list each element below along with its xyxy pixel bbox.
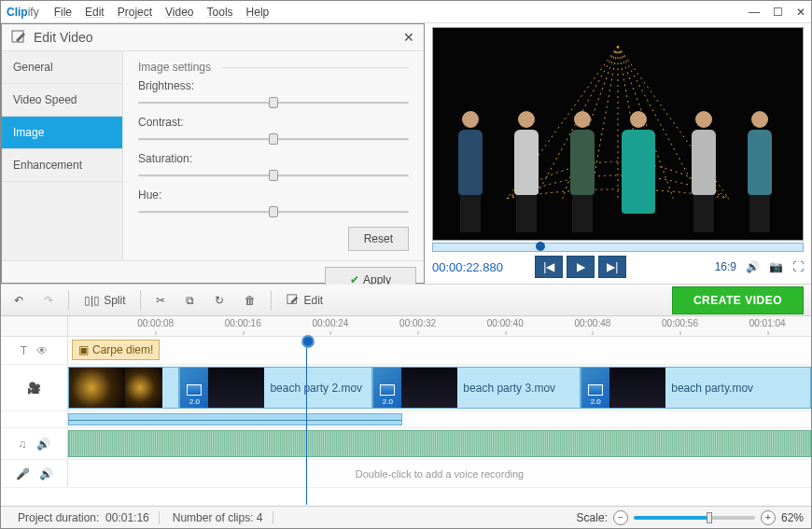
zoom-slider[interactable]: [634, 516, 755, 520]
video-lane[interactable]: 2.0beach party 2.mov2.0beach party 3.mov…: [68, 365, 811, 411]
time-ruler[interactable]: 00:00:0800:00:1600:00:2400:00:3200:00:40…: [68, 316, 811, 336]
tab-video-speed[interactable]: Video Speed: [2, 84, 122, 117]
snapshot-icon[interactable]: 📷: [769, 260, 783, 273]
ruler-tick: 00:00:16: [225, 318, 261, 328]
video-clip[interactable]: 2.0beach party.mov: [581, 367, 811, 409]
visibility-icon[interactable]: 👁: [36, 344, 48, 357]
window-minimize-icon[interactable]: —: [749, 6, 760, 19]
panel-tabs: General Video Speed Image Enhancement: [2, 51, 123, 260]
menu-video[interactable]: Video: [165, 6, 193, 19]
ruler-tick: 00:00:24: [312, 318, 348, 328]
cut-button[interactable]: ✂: [150, 291, 171, 310]
text-clip[interactable]: ▣Carpe diem!: [72, 340, 160, 360]
delete-button[interactable]: 🗑: [239, 291, 261, 310]
reset-button[interactable]: Reset: [348, 227, 409, 251]
music-track-icon: ♫: [19, 438, 27, 451]
ruler-tick: 00:00:56: [662, 318, 698, 328]
edit-icon: [11, 30, 26, 45]
preview-pane: 00:00:22.880 |◀ ▶ ▶| 16:9 🔊 📷 ⛶: [425, 23, 811, 284]
status-bar: Project duration: 00:01:16 Number of cli…: [1, 506, 811, 528]
mic-track-icon: 🎤: [16, 467, 30, 480]
section-label: Image settings: [138, 61, 409, 74]
saturation-label: Saturation:: [138, 152, 409, 165]
brightness-label: Brightness:: [138, 79, 409, 92]
panel-title: Edit Video: [34, 30, 93, 45]
app-logo: Clipify: [7, 6, 39, 19]
crop-button[interactable]: ⧉: [180, 291, 200, 310]
hue-slider[interactable]: [138, 204, 409, 219]
edit-video-panel: Edit Video ✕ General Video Speed Image E…: [1, 23, 425, 284]
clip-count: 4: [257, 511, 263, 524]
window-close-icon[interactable]: ✕: [796, 6, 805, 19]
video-volume-bar[interactable]: [68, 413, 402, 425]
brightness-slider[interactable]: [138, 95, 409, 110]
menu-edit[interactable]: Edit: [85, 6, 105, 19]
voice-hint: Double-click to add a voice recording: [68, 468, 811, 480]
zoom-in-button[interactable]: +: [761, 510, 776, 525]
voice-mute-icon[interactable]: 🔊: [39, 467, 53, 480]
menu-help[interactable]: Help: [246, 6, 270, 19]
audio-mute-icon[interactable]: 🔊: [36, 438, 50, 451]
window-maximize-icon[interactable]: ☐: [773, 6, 783, 19]
playhead[interactable]: [306, 337, 307, 505]
undo-button[interactable]: ↶: [8, 291, 29, 310]
hue-label: Hue:: [138, 188, 409, 202]
create-video-button[interactable]: CREATE VIDEO: [672, 286, 804, 314]
seek-bar[interactable]: [432, 243, 804, 252]
ruler-tick: 00:00:48: [574, 318, 610, 328]
text-track-icon: T: [21, 344, 27, 357]
timeline: 00:00:0800:00:1600:00:2400:00:3200:00:40…: [1, 316, 811, 506]
tracks: T👁 ▣Carpe diem! 🎥 2.0beach party 2.mov2.…: [1, 337, 811, 506]
menu-file[interactable]: File: [54, 6, 72, 19]
split-button[interactable]: ▯|▯ Split: [78, 291, 131, 310]
next-frame-button[interactable]: ▶|: [598, 256, 626, 278]
ruler-tick: 00:01:04: [749, 318, 786, 328]
contrast-label: Contrast:: [138, 116, 409, 129]
zoom-value: 62%: [781, 511, 804, 524]
ruler-tick: 00:00:40: [487, 318, 524, 328]
text-badge-icon: ▣: [78, 343, 89, 356]
play-button[interactable]: ▶: [567, 256, 595, 278]
tab-image[interactable]: Image: [2, 117, 122, 149]
fullscreen-icon[interactable]: ⛶: [792, 260, 804, 273]
prev-frame-button[interactable]: |◀: [535, 256, 563, 278]
ruler-tick: 00:00:08: [137, 318, 174, 328]
timecode: 00:00:22.880: [432, 260, 503, 274]
ruler-tick: 00:00:32: [399, 318, 436, 328]
scale-label: Scale:: [577, 511, 608, 524]
voice-lane[interactable]: Double-click to add a voice recording: [68, 460, 811, 487]
image-settings: Image settings Brightness: Contrast: Sat…: [123, 51, 424, 260]
menubar: Clipify File Edit Project Video Tools He…: [1, 1, 811, 23]
toolbar: ↶ ↷ ▯|▯ Split ✂ ⧉ ↻ 🗑 Edit CREATE VIDEO: [1, 285, 811, 316]
video-clip[interactable]: 2.0beach party 2.mov: [179, 367, 372, 409]
video-clip[interactable]: 2.0beach party 3.mov: [372, 367, 581, 409]
audio-clip[interactable]: [68, 430, 811, 457]
video-track-icon: 🎥: [27, 382, 41, 395]
preview-video[interactable]: [432, 27, 804, 241]
aspect-ratio[interactable]: 16:9: [715, 260, 736, 273]
menu-tools[interactable]: Tools: [207, 6, 233, 19]
zoom-out-button[interactable]: −: [613, 510, 628, 525]
tab-general[interactable]: General: [2, 51, 122, 84]
volume-icon[interactable]: 🔊: [746, 260, 760, 273]
contrast-slider[interactable]: [138, 132, 409, 146]
project-duration: 00:01:16: [105, 511, 149, 524]
video-clip[interactable]: [68, 367, 179, 409]
rotate-button[interactable]: ↻: [209, 291, 230, 310]
panel-close-icon[interactable]: ✕: [403, 30, 414, 45]
saturation-slider[interactable]: [138, 168, 409, 183]
redo-button[interactable]: ↷: [38, 291, 59, 310]
edit-button[interactable]: Edit: [281, 291, 329, 310]
tab-enhancement[interactable]: Enhancement: [2, 149, 122, 182]
menu-project[interactable]: Project: [118, 6, 152, 19]
